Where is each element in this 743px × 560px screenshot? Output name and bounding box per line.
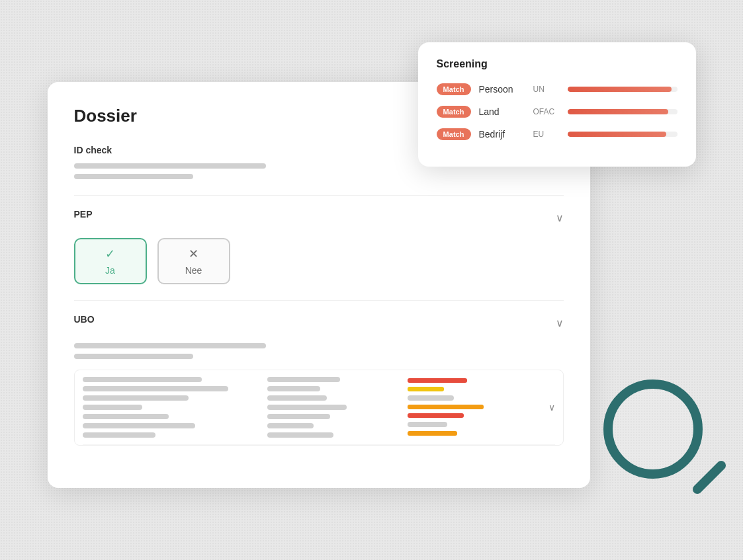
pep-label: PEP — [74, 209, 93, 220]
divider-2 — [74, 300, 564, 301]
screening-row-bedrijf: Match Bedrijf EU — [437, 128, 677, 140]
placeholder-line — [83, 414, 169, 419]
status-bar-red-2 — [408, 413, 464, 418]
match-badge-persoon: Match — [437, 83, 471, 95]
screening-entity-land: Land — [479, 106, 525, 117]
table-row: ∨ — [83, 370, 555, 445]
screening-bar-eu — [568, 132, 677, 137]
ubo-col-2 — [267, 377, 400, 438]
ubo-header: UBO ∨ — [74, 314, 564, 333]
status-bar-orange-2 — [408, 431, 457, 436]
screening-source-eu: EU — [533, 130, 560, 139]
placeholder-line — [83, 432, 155, 438]
match-badge-bedrijf: Match — [437, 128, 471, 140]
placeholder-line — [74, 343, 266, 348]
placeholder-line — [83, 405, 142, 410]
placeholder-line — [267, 405, 347, 410]
placeholder-line — [267, 423, 314, 428]
placeholder-line — [267, 386, 320, 391]
ubo-intro-lines — [74, 343, 564, 359]
pep-header: PEP ∨ — [74, 209, 564, 227]
placeholder-line — [83, 423, 195, 428]
screening-row-persoon: Match Persoon UN — [437, 83, 677, 95]
ubo-chevron-icon[interactable]: ∨ — [556, 317, 564, 329]
magnifier-handle — [691, 459, 728, 496]
placeholder-line — [267, 395, 327, 401]
pep-ja-button[interactable]: ✓ Ja — [74, 238, 147, 284]
screening-bar-un — [568, 87, 677, 92]
screening-entity-bedrijf: Bedrijf — [479, 129, 525, 140]
placeholder-line — [267, 377, 340, 382]
status-bar-yellow — [408, 387, 444, 391]
placeholder-line — [83, 377, 202, 382]
screening-row-land: Match Land OFAC — [437, 106, 677, 118]
placeholder-line — [267, 432, 333, 438]
screening-source-un: UN — [533, 85, 560, 94]
screening-bar-ofac — [568, 109, 677, 114]
screening-entity-persoon: Persoon — [479, 84, 525, 95]
screening-source-ofac: OFAC — [533, 107, 560, 116]
ubo-col-1 — [83, 377, 259, 438]
ubo-table: ∨ — [74, 370, 564, 446]
pep-chevron-icon[interactable]: ∨ — [556, 212, 564, 224]
pep-nee-button[interactable]: ✕ Nee — [157, 238, 230, 284]
placeholder-line — [408, 395, 454, 401]
ubo-label: UBO — [74, 314, 95, 325]
screening-bar-fill-un — [568, 87, 672, 92]
placeholder-line — [74, 354, 193, 359]
placeholder-line — [267, 414, 330, 419]
match-badge-land: Match — [437, 106, 471, 118]
divider — [74, 195, 564, 196]
placeholder-line — [74, 174, 193, 179]
cross-icon: ✕ — [189, 247, 198, 261]
screening-title: Screening — [437, 58, 677, 70]
pep-ja-label: Ja — [105, 265, 115, 276]
status-bar-red — [408, 378, 467, 383]
status-bar-orange — [408, 405, 484, 409]
ubo-col-3 — [408, 378, 540, 436]
pep-section: PEP ∨ ✓ Ja ✕ Nee — [74, 209, 564, 284]
row-expand-icon[interactable]: ∨ — [548, 402, 555, 413]
placeholder-line — [74, 163, 266, 169]
placeholder-line — [83, 395, 189, 401]
placeholder-line — [408, 422, 447, 427]
check-icon: ✓ — [105, 247, 115, 261]
pep-nee-label: Nee — [185, 265, 202, 276]
screening-bar-fill-eu — [568, 132, 666, 137]
placeholder-line — [83, 386, 228, 391]
magnifier-circle — [603, 380, 703, 479]
magnifier-icon — [603, 380, 736, 512]
screening-bar-fill-ofac — [568, 109, 669, 114]
pep-buttons-group: ✓ Ja ✕ Nee — [74, 238, 564, 284]
screening-card: Screening Match Persoon UN Match Land OF… — [418, 42, 696, 167]
ubo-content: ∨ — [74, 343, 564, 446]
ubo-section: UBO ∨ — [74, 314, 564, 446]
